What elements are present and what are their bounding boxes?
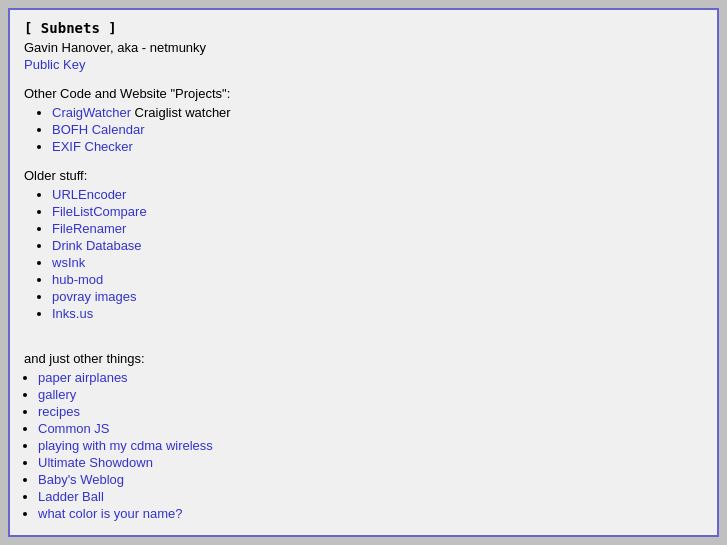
- list-item: playing with my cdma wireless: [38, 438, 703, 453]
- list-item: URLEncoder: [52, 187, 703, 202]
- babys-weblog-link[interactable]: Baby's Weblog: [38, 472, 124, 487]
- other-things-list: paper airplanes gallery recipes Common J…: [38, 370, 703, 521]
- exif-checker-link[interactable]: EXIF Checker: [52, 139, 133, 154]
- projects-heading: Other Code and Website "Projects":: [24, 86, 703, 101]
- drink-database-link[interactable]: Drink Database: [52, 238, 142, 253]
- filelistcompare-link[interactable]: FileListCompare: [52, 204, 147, 219]
- list-item: Ladder Ball: [38, 489, 703, 504]
- older-list: URLEncoder FileListCompare FileRenamer D…: [52, 187, 703, 321]
- other-things-heading: and just other things:: [24, 351, 703, 366]
- craigwatcher-link[interactable]: CraigWatcher: [52, 105, 131, 120]
- list-item: paper airplanes: [38, 370, 703, 385]
- list-item: CraigWatcher Craiglist watcher: [52, 105, 703, 120]
- craigwatcher-suffix: Craiglist watcher: [131, 105, 231, 120]
- what-color-link[interactable]: what color is your name?: [38, 506, 183, 521]
- list-item: hub-mod: [52, 272, 703, 287]
- povray-images-link[interactable]: povray images: [52, 289, 137, 304]
- bofh-calendar-link[interactable]: BOFH Calendar: [52, 122, 144, 137]
- common-js-link[interactable]: Common JS: [38, 421, 110, 436]
- list-item: povray images: [52, 289, 703, 304]
- list-item: BOFH Calendar: [52, 122, 703, 137]
- ladder-ball-link[interactable]: Ladder Ball: [38, 489, 104, 504]
- hub-mod-link[interactable]: hub-mod: [52, 272, 103, 287]
- projects-list: CraigWatcher Craiglist watcher BOFH Cale…: [52, 105, 703, 154]
- list-item: FileRenamer: [52, 221, 703, 236]
- list-item: Inks.us: [52, 306, 703, 321]
- filerenamer-link[interactable]: FileRenamer: [52, 221, 126, 236]
- list-item: Baby's Weblog: [38, 472, 703, 487]
- wsink-link[interactable]: wsInk: [52, 255, 85, 270]
- list-item: FileListCompare: [52, 204, 703, 219]
- urlencoder-link[interactable]: URLEncoder: [52, 187, 126, 202]
- paper-airplanes-link[interactable]: paper airplanes: [38, 370, 128, 385]
- inks-us-link[interactable]: Inks.us: [52, 306, 93, 321]
- list-item: what color is your name?: [38, 506, 703, 521]
- public-key-link[interactable]: Public Key: [24, 57, 85, 72]
- list-item: Ultimate Showdown: [38, 455, 703, 470]
- ultimate-showdown-link[interactable]: Ultimate Showdown: [38, 455, 153, 470]
- gallery-link[interactable]: gallery: [38, 387, 76, 402]
- recipes-link[interactable]: recipes: [38, 404, 80, 419]
- list-item: EXIF Checker: [52, 139, 703, 154]
- list-item: Drink Database: [52, 238, 703, 253]
- list-item: gallery: [38, 387, 703, 402]
- page-title: [ Subnets ]: [24, 20, 703, 36]
- older-heading: Older stuff:: [24, 168, 703, 183]
- list-item: recipes: [38, 404, 703, 419]
- cdma-wireless-link[interactable]: playing with my cdma wireless: [38, 438, 213, 453]
- main-container: [ Subnets ] Gavin Hanover, aka - netmunk…: [8, 8, 719, 537]
- other-things-section: and just other things: paper airplanes g…: [24, 351, 703, 521]
- author-line: Gavin Hanover, aka - netmunky: [24, 40, 703, 55]
- list-item: wsInk: [52, 255, 703, 270]
- list-item: Common JS: [38, 421, 703, 436]
